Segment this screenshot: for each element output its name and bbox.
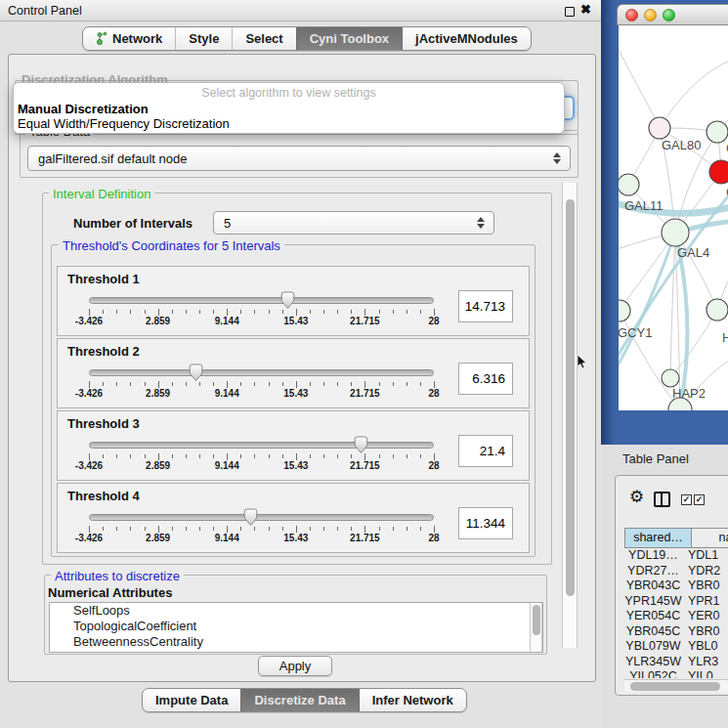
threshold-slider-handle[interactable] <box>354 436 368 454</box>
threshold-slider-track[interactable] <box>89 369 434 376</box>
number-of-intervals-combo[interactable]: 5 <box>213 211 494 235</box>
slider-tick <box>89 381 90 388</box>
table-rows: YDL19…YDL1YDR27…YDR2YBR043CYBR0YPR145WYP… <box>624 548 728 678</box>
table-row[interactable]: YBL079WYBL0 <box>624 639 728 655</box>
slider-scale-label: 2.859 <box>146 388 170 399</box>
close-icon[interactable]: ✖ <box>580 2 591 17</box>
table-cell: YDR27… <box>624 564 682 579</box>
slider-tick <box>172 310 173 314</box>
close-traffic-icon[interactable] <box>625 9 638 21</box>
table-row[interactable]: YDR27…YDR2 <box>624 564 728 579</box>
threshold-slider-track[interactable] <box>89 442 434 449</box>
slider-tick <box>213 310 214 314</box>
columns-icon[interactable] <box>654 492 670 507</box>
numerical-attributes-list[interactable]: SelfLoopsTopologicalCoefficientBetweenne… <box>49 602 543 653</box>
slider-scale-label: 21.715 <box>350 460 380 471</box>
slider-tick <box>240 382 241 386</box>
slider-tick <box>310 382 311 386</box>
slider-tick <box>434 309 435 316</box>
checkbox-icon[interactable]: ✓ <box>694 494 705 505</box>
slider-tick <box>296 381 297 388</box>
slider-tick <box>103 527 104 531</box>
table-row[interactable]: YPR145WYPR1 <box>624 594 728 610</box>
table-row[interactable]: YLR345WYLR3 <box>624 655 728 670</box>
threshold-slider-handle[interactable] <box>243 508 258 527</box>
table-cell: YPR145W <box>624 594 682 610</box>
threshold-slider-track[interactable] <box>89 297 434 304</box>
table-row[interactable]: YBR043CYBR0 <box>624 578 728 594</box>
tab-select[interactable]: Select <box>232 27 295 50</box>
numerical-attributes-label: Numerical Attributes <box>48 585 172 600</box>
float-window-icon[interactable] <box>565 7 575 17</box>
table-cell: YIL0 <box>682 669 728 678</box>
column-header-2[interactable]: na <box>692 528 728 548</box>
table-row[interactable]: YIL052CYIL0 <box>624 669 728 678</box>
slider-scale-label: 9.144 <box>215 316 239 326</box>
checkbox-icon[interactable]: ✓ <box>681 494 692 505</box>
minimize-traffic-icon[interactable] <box>644 9 657 21</box>
slider-tick <box>434 453 435 460</box>
column-header-1[interactable]: shared… <box>624 528 692 548</box>
threshold-label: Threshold 3 <box>67 416 140 431</box>
threshold-value-field[interactable]: 6.316 <box>458 363 513 395</box>
algorithm-option-manual[interactable]: Manual Discretization <box>18 102 149 116</box>
bottom-tab-discretize-data[interactable]: Discretize Data <box>240 689 358 711</box>
slider-tick <box>337 310 338 314</box>
tab-jactivemnodules[interactable]: jActiveMNodules <box>402 27 531 50</box>
tab-cyni-toolbox[interactable]: Cyni Toolbox <box>296 27 402 50</box>
slider-tick <box>364 381 365 388</box>
table-data-combo[interactable]: galFiltered.sif default node <box>27 146 571 171</box>
slider-tick <box>199 527 200 531</box>
threshold-slider-handle[interactable] <box>189 364 203 382</box>
threshold-2-box: Threshold 2-3.4262.8599.14415.4321.71528… <box>57 338 530 408</box>
bottom-tab-impute-data[interactable]: Impute Data <box>143 689 240 711</box>
table-hscrollbar-thumb[interactable] <box>630 682 720 691</box>
slider-tick <box>103 382 104 386</box>
slider-scale-label: 9.144 <box>215 460 239 471</box>
algorithm-option-equal-width[interactable]: Equal Width/Frequency Discretization <box>18 116 230 131</box>
zoom-traffic-icon[interactable] <box>663 9 675 21</box>
attribute-list-item[interactable]: TopologicalCoefficient <box>50 619 542 634</box>
slider-scale-label: 9.144 <box>215 533 239 543</box>
threshold-slider-handle[interactable] <box>280 291 295 310</box>
main-scrollbar[interactable] <box>562 183 578 648</box>
table-row[interactable]: YBR045CYBR0 <box>624 624 728 640</box>
threshold-value-field[interactable]: 11.344 <box>458 507 513 539</box>
tab-label: Style <box>189 31 219 46</box>
slider-tick <box>310 310 311 314</box>
table-data-combo-value: galFiltered.sif default node <box>38 151 187 166</box>
tab-style[interactable]: Style <box>175 27 232 50</box>
slider-tick <box>337 382 338 386</box>
table-row[interactable]: YDL19…YDL1 <box>624 548 728 564</box>
attributes-scrollbar-thumb[interactable] <box>533 605 540 635</box>
tab-label: Impute Data <box>155 693 228 707</box>
main-scrollbar-thumb[interactable] <box>566 199 575 596</box>
threshold-value-field[interactable]: 21.4 <box>458 435 513 467</box>
slider-tick <box>186 310 187 314</box>
threshold-slider-track[interactable] <box>89 514 434 521</box>
slider-tick <box>213 454 214 458</box>
gear-icon[interactable]: ⚙ <box>629 489 644 505</box>
table-hscrollbar[interactable] <box>624 679 728 692</box>
tab-network[interactable]: Network <box>83 27 175 50</box>
slider-tick <box>213 382 214 386</box>
slider-tick <box>407 527 407 531</box>
tab-label: Cyni Toolbox <box>310 31 389 46</box>
slider-tick <box>379 454 380 458</box>
slider-scale-label: 15.43 <box>283 460 308 471</box>
slider-tick <box>269 310 270 314</box>
bottom-tab-infer-network[interactable]: Infer Network <box>359 689 466 711</box>
table-cell: YBL079W <box>624 639 682 655</box>
threshold-value-field[interactable]: 14.713 <box>458 290 513 322</box>
attribute-list-item[interactable]: SelfLoops <box>50 603 542 619</box>
slider-tick <box>158 381 159 388</box>
attributes-scrollbar[interactable] <box>530 603 542 652</box>
attribute-list-item[interactable]: BetweennessCentrality <box>50 634 542 650</box>
tab-label: Discretize Data <box>254 693 345 707</box>
table-row[interactable]: YER054CYER0 <box>624 609 728 624</box>
svg-text:GAL4: GAL4 <box>677 245 709 260</box>
apply-button[interactable]: Apply <box>258 656 332 676</box>
network-window-titlebar[interactable] <box>617 4 728 25</box>
slider-tick <box>351 454 352 458</box>
network-canvas[interactable]: GAL80G.CGAL11GAL4GCY1HHAP2 <box>619 25 728 410</box>
